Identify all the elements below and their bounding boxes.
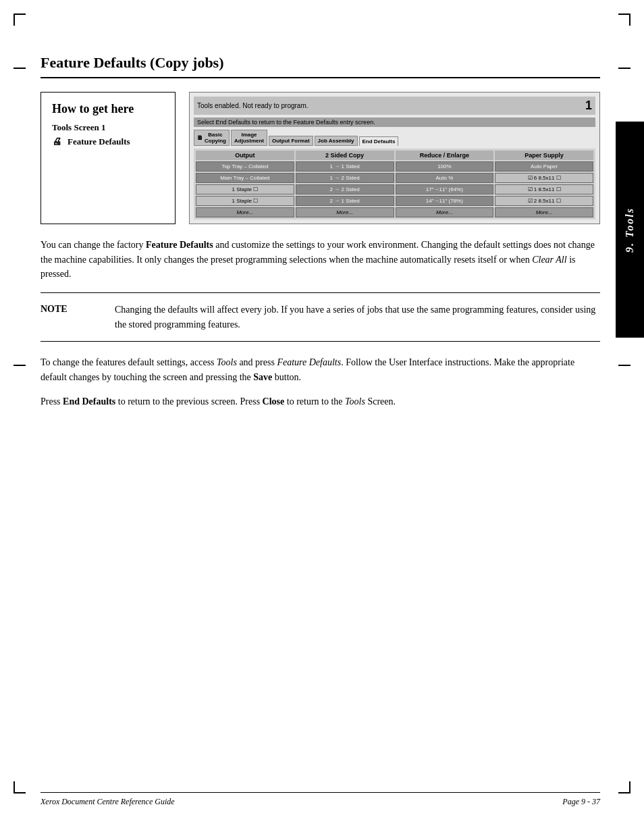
screen-capture: Tools enabled. Not ready to program. 1 S… xyxy=(189,92,600,224)
bold-save: Save xyxy=(253,372,272,382)
how-to-screen: Tools Screen 1 xyxy=(52,122,164,133)
top-section: How to get here Tools Screen 1 🖨 Feature… xyxy=(41,92,600,224)
content-paragraph-1: To change the features default settings,… xyxy=(41,355,600,384)
corner-mark-bl xyxy=(14,781,26,793)
cell-r3c4[interactable]: ☑ 1 8.5x11 ☐ xyxy=(495,184,593,194)
screen-tab-output[interactable]: Output Format xyxy=(269,136,313,146)
copy-icon: 🗎 xyxy=(197,134,203,141)
side-mark-left-mid xyxy=(14,365,26,366)
screen-tab-end[interactable]: End Defaults xyxy=(359,136,399,146)
screen-number: 1 xyxy=(585,99,592,113)
chapter-tab: 9. Tools xyxy=(616,122,644,338)
side-mark-right-top xyxy=(618,68,630,69)
screen-header-text: Tools enabled. Not ready to program. xyxy=(197,102,308,109)
footer-left: Xerox Document Centre Reference Guide xyxy=(41,797,175,807)
col-header-2sided: 2 Sided Copy xyxy=(296,151,394,160)
cell-r5c1[interactable]: More... xyxy=(196,207,294,217)
side-mark-left-top xyxy=(14,68,26,69)
cell-r3c1[interactable]: 1 Staple ☐ xyxy=(196,184,294,194)
how-to-box: How to get here Tools Screen 1 🖨 Feature… xyxy=(41,92,176,224)
how-to-feature-label: Feature Defaults xyxy=(68,136,130,147)
content-paragraph-2: Press End Defaults to return to the prev… xyxy=(41,394,600,409)
cell-r3c3[interactable]: 17"→11" (64%) xyxy=(396,184,494,194)
cell-r5c4[interactable]: More... xyxy=(495,207,593,217)
note-section: NOTE Changing the defaults will affect e… xyxy=(41,292,600,342)
chapter-tab-label: 9. Tools xyxy=(624,207,636,253)
italic-tools-2: Tools xyxy=(345,396,365,407)
content-paragraphs: To change the features default settings,… xyxy=(41,355,600,409)
note-label: NOTE xyxy=(41,303,101,332)
screen-tab-image[interactable]: ImageAdjustment xyxy=(231,130,267,146)
bold-feature-defaults: Feature Defaults xyxy=(146,240,213,250)
cell-r2c2[interactable]: 1 → 2 Sided xyxy=(296,173,394,183)
cell-r2c4[interactable]: ☑ 6 8.5x11 ☐ xyxy=(495,173,593,183)
cell-r4c2[interactable]: 2 → 1 Sided xyxy=(296,196,394,206)
cell-r1c2[interactable]: 1 → 1 Sided xyxy=(296,161,394,172)
how-to-title: How to get here xyxy=(52,102,164,117)
footer: Xerox Document Centre Reference Guide Pa… xyxy=(41,792,600,807)
screen-tabs: 🗎 BasicCopying ImageAdjustment Output Fo… xyxy=(194,130,595,146)
cell-r5c2[interactable]: More... xyxy=(296,207,394,217)
note-text: Changing the defaults will affect every … xyxy=(115,303,600,332)
bold-end-defaults: End Defaults xyxy=(63,396,115,407)
corner-mark-tl xyxy=(14,14,26,26)
cell-r4c1[interactable]: 1 Staple ☐ xyxy=(196,196,294,206)
cell-r1c4[interactable]: Auto Paper xyxy=(495,161,593,172)
italic-tools-1: Tools xyxy=(217,357,237,367)
how-to-feature: 🖨 Feature Defaults xyxy=(52,136,164,147)
col-header-output: Output xyxy=(196,151,294,160)
cell-r1c1[interactable]: Top Tray – Collated xyxy=(196,161,294,172)
screen-rows: Top Tray – Collated 1 → 1 Sided 100% Aut… xyxy=(196,161,593,217)
cell-r4c4[interactable]: ☑ 2 8.5x11 ☐ xyxy=(495,196,593,206)
cell-r3c2[interactable]: 2 → 2 Sided xyxy=(296,184,394,194)
cell-r1c3[interactable]: 100% xyxy=(396,161,494,172)
cell-r2c1[interactable]: Main Tray – Collated xyxy=(196,173,294,183)
page-title: Feature Defaults (Copy jobs) xyxy=(41,54,600,78)
bold-close: Close xyxy=(263,396,285,407)
doc-icon: 🖨 xyxy=(52,136,61,147)
screen-body: Output 2 Sided Copy Reduce / Enlarge Pap… xyxy=(194,149,595,219)
screen-tab-job[interactable]: Job Assembly xyxy=(315,136,358,146)
screen-tab-basic[interactable]: 🗎 BasicCopying xyxy=(194,130,230,146)
col-header-paper: Paper Supply xyxy=(495,151,593,160)
side-mark-right-mid xyxy=(618,365,630,366)
cell-r2c3[interactable]: Auto % xyxy=(396,173,494,183)
italic-feature-defaults: Feature Defaults xyxy=(277,357,341,367)
screen-header: Tools enabled. Not ready to program. 1 xyxy=(194,97,595,115)
cell-r4c3[interactable]: 14"→11" (78%) xyxy=(396,196,494,206)
footer-right: Page 9 - 37 xyxy=(562,797,600,807)
cell-r5c3[interactable]: More... xyxy=(396,207,494,217)
italic-clear-all: Clear All xyxy=(532,255,566,265)
main-content: Feature Defaults (Copy jobs) How to get … xyxy=(41,0,600,409)
screen-subheader: Select End Defaults to return to the Fea… xyxy=(194,118,595,127)
corner-mark-tr xyxy=(618,14,630,26)
body-paragraph-1: You can change the factory Feature Defau… xyxy=(41,238,600,282)
screen-col-headers: Output 2 Sided Copy Reduce / Enlarge Pap… xyxy=(196,151,593,160)
corner-mark-br xyxy=(618,781,630,793)
col-header-reduce: Reduce / Enlarge xyxy=(396,151,494,160)
